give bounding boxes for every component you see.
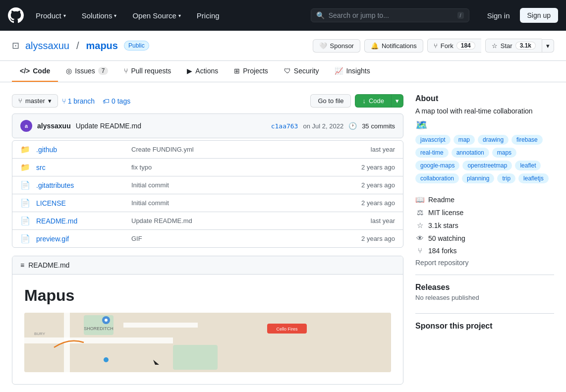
commit-author-link[interactable]: alyssaxuu xyxy=(37,122,71,130)
nav-solutions[interactable]: Solutions ▾ xyxy=(78,8,121,23)
repo-tabs: </> Code ◎ Issues 7 ⑂ Pull requests ▶ Ac… xyxy=(0,61,566,82)
tab-pull-requests[interactable]: ⑂ Pull requests xyxy=(116,61,179,82)
search-input[interactable] xyxy=(329,11,453,19)
branch-count-link[interactable]: ⑂ 1 branch xyxy=(62,97,95,105)
commit-avatar: a xyxy=(20,120,32,132)
eye-icon: 👁 xyxy=(415,234,424,242)
star-caret-button[interactable]: ▾ xyxy=(542,39,554,53)
fork-button[interactable]: ⑂ Fork 184 xyxy=(427,39,481,53)
branch-meta: ⑂ 1 branch 🏷 0 tags xyxy=(62,97,130,105)
file-name[interactable]: .gitattributes xyxy=(36,181,125,189)
forks-link[interactable]: ⑂ 184 forks xyxy=(415,246,554,255)
stars-link[interactable]: ☆ 3.1k stars xyxy=(415,221,554,230)
fork-icon: ⑂ xyxy=(434,42,438,50)
releases-section: Releases No releases published xyxy=(415,283,554,301)
chevron-down-icon: ▾ xyxy=(178,13,181,18)
license-link[interactable]: ⚖ MIT license xyxy=(415,208,554,217)
actions-icon: ▶ xyxy=(187,67,192,75)
sponsor-button[interactable]: 🤍 Sponsor xyxy=(313,39,360,53)
repo-owner-link[interactable]: alyssaxuu xyxy=(25,40,69,52)
sign-in-button[interactable]: Sign in xyxy=(481,8,516,23)
file-name[interactable]: LICENSE xyxy=(36,199,125,207)
tag-real-time[interactable]: real-time xyxy=(415,148,449,158)
repo-name-link[interactable]: mapus xyxy=(86,40,118,52)
nav-product[interactable]: Product ▾ xyxy=(32,8,70,23)
tag-collaboration[interactable]: collaboration xyxy=(415,173,459,183)
github-logo[interactable] xyxy=(8,7,24,23)
code-button[interactable]: ↓ Code xyxy=(355,94,391,108)
commit-hash-link[interactable]: c1aa763 xyxy=(271,122,298,130)
table-row[interactable]: 📄 LICENSE Initial commit 2 years ago xyxy=(12,194,403,212)
tag-google-maps[interactable]: google-maps xyxy=(415,161,459,170)
tag-annotation[interactable]: annotation xyxy=(452,148,489,158)
fork-count: 184 xyxy=(456,42,475,50)
tag-firebase[interactable]: firebase xyxy=(511,135,543,145)
tag-trip[interactable]: trip xyxy=(497,173,515,183)
notifications-button[interactable]: 🔔 Code Notifications xyxy=(364,39,423,53)
code-dropdown-group: ↓ Code ▾ xyxy=(355,94,403,108)
tag-maps[interactable]: maps xyxy=(492,148,516,158)
readme-map-image: SHOREDITCH BURY Cello Fires xyxy=(24,313,391,372)
star-count: 3.1k xyxy=(515,42,536,50)
sidebar: About A map tool with real-time collabor… xyxy=(415,94,554,385)
svg-rect-3 xyxy=(123,323,198,328)
tag-icon: 🏷 xyxy=(103,97,110,105)
code-caret-button[interactable]: ▾ xyxy=(391,94,403,108)
tag-cloud: javascript map drawing firebase real-tim… xyxy=(415,135,554,183)
table-row[interactable]: 📁 src fix typo 2 years ago xyxy=(12,159,403,176)
sponsor-title: Sponsor this project xyxy=(415,322,554,331)
nav-open-source[interactable]: Open Source ▾ xyxy=(128,8,184,23)
tab-projects[interactable]: ⊞ Projects xyxy=(226,61,276,82)
commit-count-link[interactable]: 35 commits xyxy=(362,122,395,130)
repo-header: ⊡ alyssaxuu / mapus Public 🤍 Sponsor 🔔 C… xyxy=(0,31,566,61)
sponsor-section: Sponsor this project xyxy=(415,322,554,331)
table-row[interactable]: 📄 preview.gif GIF 2 years ago xyxy=(12,230,403,247)
file-date: last year xyxy=(371,146,395,153)
report-link[interactable]: Report repository xyxy=(415,259,554,267)
watching-link[interactable]: 👁 50 watching xyxy=(415,234,554,242)
file-name[interactable]: src xyxy=(36,164,125,171)
file-name[interactable]: README.md xyxy=(36,217,125,225)
svg-rect-5 xyxy=(173,345,218,370)
book-icon: 📖 xyxy=(415,195,424,204)
file-commit: fix typo xyxy=(131,164,355,171)
table-row[interactable]: 📄 README.md Update README.md last year xyxy=(12,212,403,230)
tab-insights[interactable]: 📈 Insights xyxy=(327,61,378,82)
tag-planning[interactable]: planning xyxy=(462,173,494,183)
star-button[interactable]: ☆ Star 3.1k xyxy=(485,39,542,53)
star-icon: ☆ xyxy=(492,42,498,50)
folder-icon: 📁 xyxy=(20,145,30,154)
tag-openstreetmap[interactable]: openstreetmap xyxy=(462,161,512,170)
svg-rect-1 xyxy=(24,337,173,343)
file-name[interactable]: preview.gif xyxy=(36,235,125,243)
commit-message: Update README.md xyxy=(76,122,141,130)
tab-issues[interactable]: ◎ Issues 7 xyxy=(58,61,116,82)
tab-actions[interactable]: ▶ Actions xyxy=(179,61,226,82)
branch-selector[interactable]: ⑂ master ▾ xyxy=(12,94,58,108)
scale-icon: ⚖ xyxy=(415,208,424,217)
goto-file-button[interactable]: Go to file xyxy=(310,94,351,108)
readme-content: Mapus SHOREDITCH xyxy=(12,275,403,384)
star-icon: ☆ xyxy=(415,221,424,230)
nav-pricing[interactable]: Pricing xyxy=(193,8,224,23)
tag-count-link[interactable]: 🏷 0 tags xyxy=(103,97,130,105)
sign-up-button[interactable]: Sign up xyxy=(520,8,558,23)
releases-title: Releases xyxy=(415,283,554,292)
search-box[interactable]: 🔍 / xyxy=(311,8,469,22)
file-name[interactable]: .github xyxy=(36,146,125,154)
security-icon: 🛡 xyxy=(284,67,291,75)
tag-leaflet[interactable]: leaflet xyxy=(515,161,541,170)
table-row[interactable]: 📄 .gitattributes Initial commit 2 years … xyxy=(12,176,403,194)
tag-drawing[interactable]: drawing xyxy=(478,135,509,145)
readme-link[interactable]: 📖 Readme xyxy=(415,195,554,204)
tag-leafletjs[interactable]: leafletjs xyxy=(518,173,549,183)
issues-icon: ◎ xyxy=(66,67,72,75)
tag-javascript[interactable]: javascript xyxy=(415,135,451,145)
tab-security[interactable]: 🛡 Security xyxy=(276,61,327,82)
readme-title: Mapus xyxy=(24,286,391,305)
tab-code[interactable]: </> Code xyxy=(12,61,58,82)
file-date: 2 years ago xyxy=(361,181,395,189)
table-row[interactable]: 📁 .github Create FUNDING.yml last year xyxy=(12,141,403,159)
sidebar-divider-2 xyxy=(415,313,554,314)
tag-map[interactable]: map xyxy=(453,135,475,145)
